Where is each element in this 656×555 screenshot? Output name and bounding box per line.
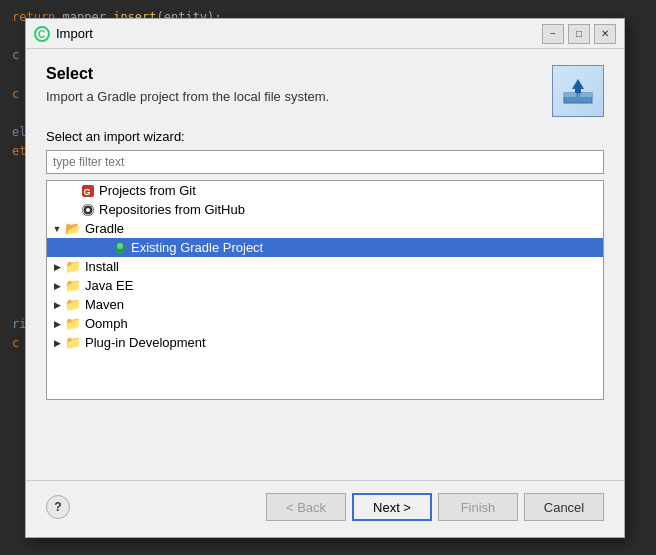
gradle-project-icon bbox=[113, 241, 127, 255]
tree-item-label: Projects from Git bbox=[99, 183, 196, 198]
window-controls: − □ ✕ bbox=[542, 24, 616, 44]
import-wizard-tree[interactable]: G Projects from Git Repositories from Gi… bbox=[46, 180, 604, 400]
svg-rect-3 bbox=[564, 93, 576, 97]
svg-rect-4 bbox=[580, 93, 592, 97]
expand-arrow bbox=[99, 242, 111, 254]
close-button[interactable]: ✕ bbox=[594, 24, 616, 44]
tree-item-install[interactable]: ▶ 📁 Install bbox=[47, 257, 603, 276]
folder-icon: 📁 bbox=[65, 316, 81, 331]
dialog-title: Import bbox=[56, 26, 542, 41]
folder-icon: 📁 bbox=[65, 278, 81, 293]
dialog-heading: Select bbox=[46, 65, 329, 83]
tree-item-label: Maven bbox=[85, 297, 124, 312]
minimize-button[interactable]: − bbox=[542, 24, 564, 44]
svg-text:C: C bbox=[38, 29, 45, 40]
section-label: Select an import wizard: bbox=[46, 129, 604, 144]
expand-arrow-oomph: ▶ bbox=[51, 318, 63, 330]
expand-arrow bbox=[67, 204, 79, 216]
dialog-description: Import a Gradle project from the local f… bbox=[46, 89, 329, 104]
tree-item-plugin-development[interactable]: ▶ 📁 Plug-in Development bbox=[47, 333, 603, 352]
folder-icon: 📁 bbox=[65, 335, 81, 350]
folder-icon: 📁 bbox=[65, 259, 81, 274]
header-text: Select Import a Gradle project from the … bbox=[46, 65, 329, 104]
folder-icon: 📁 bbox=[65, 297, 81, 312]
tree-item-label: Plug-in Development bbox=[85, 335, 206, 350]
filter-input[interactable] bbox=[46, 150, 604, 174]
tree-item-label: Oomph bbox=[85, 316, 128, 331]
import-dialog: C Import − □ ✕ Select Import a Gradle pr… bbox=[25, 18, 625, 538]
tree-item-maven[interactable]: ▶ 📁 Maven bbox=[47, 295, 603, 314]
tree-item-label: Repositories from GitHub bbox=[99, 202, 245, 217]
finish-button[interactable]: Finish bbox=[438, 493, 518, 521]
svg-text:G: G bbox=[84, 187, 91, 197]
maximize-button[interactable]: □ bbox=[568, 24, 590, 44]
wizard-icon bbox=[552, 65, 604, 117]
tree-item-label: Gradle bbox=[85, 221, 124, 236]
expand-arrow-plugin: ▶ bbox=[51, 337, 63, 349]
tree-item-gradle[interactable]: ▼ 📂 Gradle bbox=[47, 219, 603, 238]
tree-item-repositories-from-github[interactable]: Repositories from GitHub bbox=[47, 200, 603, 219]
svg-point-10 bbox=[86, 208, 90, 212]
cancel-button[interactable]: Cancel bbox=[524, 493, 604, 521]
dialog-body: Select Import a Gradle project from the … bbox=[26, 49, 624, 416]
expand-arrow bbox=[67, 185, 79, 197]
folder-open-icon: 📂 bbox=[65, 221, 81, 236]
expand-arrow-java-ee: ▶ bbox=[51, 280, 63, 292]
title-bar: C Import − □ ✕ bbox=[26, 19, 624, 49]
tree-item-java-ee[interactable]: ▶ 📁 Java EE bbox=[47, 276, 603, 295]
tree-item-existing-gradle-project[interactable]: Existing Gradle Project bbox=[47, 238, 603, 257]
next-button[interactable]: Next > bbox=[352, 493, 432, 521]
svg-point-12 bbox=[117, 243, 123, 249]
help-button[interactable]: ? bbox=[46, 495, 70, 519]
github-icon bbox=[81, 203, 95, 217]
expand-arrow-install: ▶ bbox=[51, 261, 63, 273]
git-icon: G bbox=[81, 184, 95, 198]
button-row: ? < Back Next > Finish Cancel bbox=[26, 480, 624, 537]
tree-item-oomph[interactable]: ▶ 📁 Oomph bbox=[47, 314, 603, 333]
tree-item-label: Existing Gradle Project bbox=[131, 240, 263, 255]
tree-item-label: Java EE bbox=[85, 278, 133, 293]
dialog-header: Select Import a Gradle project from the … bbox=[46, 65, 604, 117]
expand-arrow-maven: ▶ bbox=[51, 299, 63, 311]
svg-marker-5 bbox=[572, 79, 584, 93]
tree-item-label: Install bbox=[85, 259, 119, 274]
tree-item-projects-from-git[interactable]: G Projects from Git bbox=[47, 181, 603, 200]
dialog-icon: C bbox=[34, 26, 50, 42]
navigation-buttons: < Back Next > Finish Cancel bbox=[266, 493, 604, 521]
expand-arrow-gradle: ▼ bbox=[51, 223, 63, 235]
back-button[interactable]: < Back bbox=[266, 493, 346, 521]
